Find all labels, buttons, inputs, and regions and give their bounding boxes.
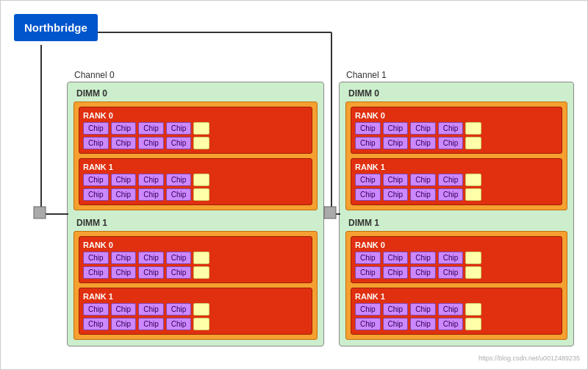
chip-spacer: [193, 137, 209, 149]
chip-spacer: [465, 266, 481, 279]
chip: Chip: [138, 137, 164, 149]
chip: Chip: [83, 266, 109, 279]
channel-1-dimm-1-label: DIMM 1: [348, 218, 567, 228]
chip-row: Chip Chip Chip Chip: [83, 266, 308, 279]
chip-spacer: [465, 303, 481, 316]
channel-0-dimm-0: RANK 0 Chip Chip Chip Chip Chip Chip Chi…: [74, 102, 318, 210]
svg-rect-6: [324, 207, 336, 218]
chip: Chip: [383, 137, 409, 149]
channel-0-dimm-1-rank-0-label: RANK 0: [83, 241, 308, 249]
chip-row: Chip Chip Chip Chip: [355, 188, 558, 201]
chip: Chip: [166, 174, 192, 186]
chip: Chip: [355, 318, 381, 330]
chip-spacer: [465, 137, 481, 149]
chip: Chip: [111, 174, 137, 186]
main-container: Northbridge Channel 0 DIMM 0 RANK 0 Chip…: [0, 0, 588, 370]
channel-1-dimm-1-rank-1: RANK 1 Chip Chip Chip Chip Chip Chip Chi…: [351, 288, 562, 335]
chip: Chip: [410, 303, 436, 316]
chip: Chip: [166, 252, 192, 264]
chip: Chip: [83, 188, 109, 201]
chip-spacer: [193, 303, 209, 316]
channel-0-dimm-1: RANK 0 Chip Chip Chip Chip Chip Chip Chi…: [74, 231, 318, 340]
chip: Chip: [383, 122, 409, 135]
chip-row: Chip Chip Chip Chip: [83, 174, 308, 186]
chip: Chip: [83, 303, 109, 316]
northbridge-label: Northbridge: [24, 21, 87, 34]
channel-1-dimm-1-rank-0: RANK 0 Chip Chip Chip Chip Chip Chip Chi…: [351, 236, 562, 283]
chip: Chip: [410, 137, 436, 149]
chip: Chip: [138, 266, 164, 279]
chip-row: Chip Chip Chip Chip: [83, 188, 308, 201]
channel-0-dimm-1-rank-0: RANK 0 Chip Chip Chip Chip Chip Chip Chi…: [79, 236, 312, 283]
chip: Chip: [166, 266, 192, 279]
chip: Chip: [166, 122, 192, 135]
channel-0-dimm-0-rank-0-label: RANK 0: [83, 111, 308, 120]
chip-spacer: [193, 174, 209, 186]
chip: Chip: [166, 188, 192, 201]
chip: Chip: [83, 174, 109, 186]
channel-1-dimm-0-rank-0: RANK 0 Chip Chip Chip Chip Chip Chip Chi…: [351, 107, 562, 154]
channel-0-dimm-0-rank-1: RANK 1 Chip Chip Chip Chip Chip Chip Chi…: [79, 158, 312, 205]
chip: Chip: [111, 188, 137, 201]
chip-row: Chip Chip Chip Chip: [83, 303, 308, 316]
chip-spacer: [193, 252, 209, 264]
chip: Chip: [438, 303, 464, 316]
chip: Chip: [111, 137, 137, 149]
chip-row: Chip Chip Chip Chip: [83, 252, 308, 264]
chip: Chip: [166, 318, 192, 330]
chip: Chip: [355, 266, 381, 279]
chip-spacer: [193, 266, 209, 279]
chip: Chip: [438, 252, 464, 264]
channel-0-label: Channel 0: [74, 70, 115, 80]
channel-1-dimm-1-rank-1-label: RANK 1: [355, 292, 558, 301]
chip-row: Chip Chip Chip Chip: [355, 174, 558, 186]
chip: Chip: [438, 122, 464, 135]
channel-1-dimm-0-rank-1: RANK 1 Chip Chip Chip Chip Chip Chip Chi…: [351, 158, 562, 205]
chip: Chip: [355, 174, 381, 186]
svg-rect-5: [34, 207, 46, 218]
channel-1-dimm-0-label: DIMM 0: [348, 88, 567, 99]
chip: Chip: [355, 252, 381, 264]
chip-row: Chip Chip Chip Chip: [83, 137, 308, 149]
chip: Chip: [355, 303, 381, 316]
chip: Chip: [438, 137, 464, 149]
chip: Chip: [111, 303, 137, 316]
chip: Chip: [410, 188, 436, 201]
chip: Chip: [383, 303, 409, 316]
northbridge-box: Northbridge: [14, 14, 98, 41]
chip-row: Chip Chip Chip Chip: [355, 303, 558, 316]
chip-spacer: [193, 318, 209, 330]
channel-0-dimm-0-label: DIMM 0: [76, 88, 318, 99]
chip: Chip: [355, 122, 381, 135]
chip: Chip: [83, 137, 109, 149]
chip: Chip: [138, 174, 164, 186]
chip-spacer: [465, 318, 481, 330]
chip: Chip: [383, 266, 409, 279]
chip-spacer: [465, 174, 481, 186]
chip: Chip: [83, 252, 109, 264]
watermark: https://blog.csdn.net/u0012489235: [478, 355, 580, 362]
chip-spacer: [465, 122, 481, 135]
chip-row: Chip Chip Chip Chip: [83, 122, 308, 135]
channel-1-dimm-0-rank-0-label: RANK 0: [355, 111, 558, 120]
chip-row: Chip Chip Chip Chip: [83, 318, 308, 330]
chip: Chip: [83, 122, 109, 135]
chip: Chip: [355, 137, 381, 149]
chip: Chip: [410, 174, 436, 186]
chip: Chip: [438, 174, 464, 186]
channel-1: DIMM 0 RANK 0 Chip Chip Chip Chip Chip C…: [339, 82, 574, 346]
chip: Chip: [410, 318, 436, 330]
channel-0-dimm-1-label: DIMM 1: [76, 218, 318, 228]
chip: Chip: [410, 122, 436, 135]
channel-1-dimm-1: RANK 0 Chip Chip Chip Chip Chip Chip Chi…: [345, 231, 567, 340]
chip-spacer: [465, 188, 481, 201]
chip-spacer: [193, 188, 209, 201]
chip: Chip: [111, 122, 137, 135]
chip: Chip: [383, 174, 409, 186]
channel-0: DIMM 0 RANK 0 Chip Chip Chip Chip Chip C…: [67, 82, 324, 346]
channel-1-dimm-1-rank-0-label: RANK 0: [355, 241, 558, 249]
chip: Chip: [383, 188, 409, 201]
chip: Chip: [138, 303, 164, 316]
channel-0-dimm-1-rank-1-label: RANK 1: [83, 292, 308, 301]
chip: Chip: [410, 266, 436, 279]
